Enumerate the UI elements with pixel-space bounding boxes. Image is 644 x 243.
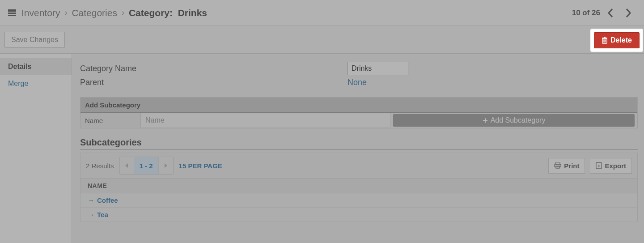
- subcategory-name: Coffee: [97, 196, 118, 204]
- svg-rect-7: [602, 38, 607, 38]
- pager-range[interactable]: 1 - 2: [134, 157, 159, 174]
- svg-marker-12: [165, 163, 167, 168]
- svg-rect-2: [8, 15, 16, 16]
- add-subcategory-label: Add Subcategory: [491, 116, 546, 124]
- tab-merge[interactable]: Merge: [0, 75, 72, 92]
- save-button[interactable]: Save Changes: [4, 32, 65, 48]
- export-button[interactable]: x Export: [590, 158, 632, 174]
- category-name-label: Category Name: [80, 64, 347, 73]
- subcategory-link[interactable]: → Coffee: [88, 196, 630, 204]
- subcategory-name-label: Name: [80, 113, 140, 128]
- record-counter: 10 of 26: [572, 9, 600, 17]
- svg-marker-11: [125, 163, 128, 168]
- breadcrumb-item[interactable]: Categories: [72, 8, 117, 18]
- table-row: → Tea: [80, 208, 638, 222]
- pager-next[interactable]: [159, 157, 173, 174]
- subcategory-toolbar: 2 Results 1 - 2 15 PER PAGE Print: [80, 153, 638, 178]
- arrow-right-icon: →: [88, 211, 94, 218]
- breadcrumb-current-value: Drinks: [178, 8, 207, 18]
- breadcrumb-current: Category: Drinks: [129, 8, 207, 18]
- add-subcategory-panel: Add Subcategory Name Add Subcategory: [80, 97, 638, 128]
- subcategories-heading: Subcategories: [80, 137, 638, 150]
- add-subcategory-title: Add Subcategory: [80, 98, 637, 113]
- svg-text:x: x: [598, 164, 600, 167]
- export-icon: x: [596, 162, 602, 169]
- pager-prev[interactable]: [120, 157, 134, 174]
- add-subcategory-button[interactable]: Add Subcategory: [393, 114, 635, 127]
- sidebar: Details Merge: [0, 54, 72, 243]
- svg-rect-8: [604, 37, 606, 38]
- subcategory-table: NAME → Coffee → Tea: [80, 178, 638, 222]
- table-row: → Coffee: [80, 193, 638, 208]
- breadcrumb-bar: Inventory › Categories › Category: Drink…: [0, 0, 644, 26]
- field-parent: Parent None: [80, 78, 638, 87]
- print-icon: [554, 162, 561, 169]
- next-record-button[interactable]: [621, 5, 636, 21]
- app-icon: [8, 9, 16, 17]
- svg-rect-1: [8, 13, 16, 14]
- breadcrumb-current-prefix: Category:: [129, 8, 173, 18]
- chevron-right-icon: ›: [64, 8, 67, 17]
- svg-rect-14: [555, 164, 561, 167]
- svg-rect-0: [8, 9, 16, 12]
- trash-icon: [602, 37, 608, 44]
- pager: 1 - 2: [119, 157, 174, 175]
- delete-label: Delete: [610, 36, 632, 44]
- column-name[interactable]: NAME: [80, 179, 638, 193]
- print-label: Print: [564, 162, 579, 170]
- category-name-input[interactable]: [347, 62, 408, 75]
- plus-icon: [483, 118, 488, 123]
- content-pane: Category Name Parent None Add Subcategor…: [72, 54, 644, 243]
- action-bar: Save Changes Delete: [0, 26, 644, 54]
- delete-button[interactable]: Delete: [594, 32, 640, 48]
- prev-record-button[interactable]: [603, 5, 618, 21]
- per-page-link[interactable]: 15 PER PAGE: [179, 162, 222, 170]
- tab-details[interactable]: Details: [0, 58, 72, 75]
- parent-label: Parent: [80, 78, 347, 87]
- subcategory-name: Tea: [97, 211, 108, 218]
- print-button[interactable]: Print: [548, 158, 585, 174]
- breadcrumb-item[interactable]: Inventory: [21, 8, 60, 18]
- results-count: 2 Results: [86, 162, 114, 170]
- subcategory-name-input[interactable]: [140, 113, 390, 128]
- export-label: Export: [605, 162, 626, 170]
- field-category-name: Category Name: [80, 62, 638, 75]
- delete-highlight: Delete: [591, 30, 642, 51]
- chevron-right-icon: ›: [122, 8, 124, 17]
- parent-value-link[interactable]: None: [347, 78, 367, 87]
- subcategory-link[interactable]: → Tea: [88, 211, 630, 218]
- arrow-right-icon: →: [88, 196, 94, 204]
- main-area: Details Merge Category Name Parent None …: [0, 54, 644, 243]
